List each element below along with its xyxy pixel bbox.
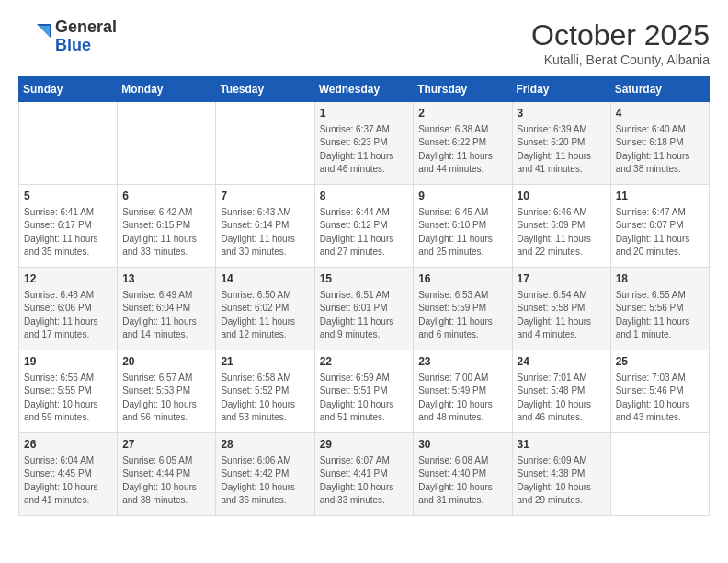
calendar-cell: 23Sunrise: 7:00 AMSunset: 5:49 PMDayligh… bbox=[414, 350, 512, 433]
calendar-cell: 28Sunrise: 6:06 AMSunset: 4:42 PMDayligh… bbox=[216, 433, 314, 516]
calendar-cell: 31Sunrise: 6:09 AMSunset: 4:38 PMDayligh… bbox=[512, 433, 610, 516]
calendar-week-2: 5Sunrise: 6:41 AMSunset: 6:17 PMDaylight… bbox=[19, 185, 710, 268]
day-info: Sunrise: 6:45 AMSunset: 6:10 PMDaylight:… bbox=[418, 206, 506, 259]
calendar-cell: 22Sunrise: 6:59 AMSunset: 5:51 PMDayligh… bbox=[314, 350, 414, 433]
calendar-cell: 19Sunrise: 6:56 AMSunset: 5:55 PMDayligh… bbox=[19, 350, 118, 433]
calendar-cell: 29Sunrise: 6:07 AMSunset: 4:41 PMDayligh… bbox=[314, 433, 414, 516]
calendar-cell: 21Sunrise: 6:58 AMSunset: 5:52 PMDayligh… bbox=[216, 350, 314, 433]
calendar-cell bbox=[216, 102, 314, 185]
day-info: Sunrise: 6:41 AMSunset: 6:17 PMDaylight:… bbox=[24, 206, 112, 259]
day-info: Sunrise: 6:38 AMSunset: 6:22 PMDaylight:… bbox=[418, 123, 506, 177]
calendar-cell: 18Sunrise: 6:55 AMSunset: 5:56 PMDayligh… bbox=[610, 268, 709, 350]
day-number: 3 bbox=[518, 106, 606, 121]
day-number: 17 bbox=[518, 271, 606, 287]
calendar-cell: 15Sunrise: 6:51 AMSunset: 6:01 PMDayligh… bbox=[314, 268, 414, 350]
day-number: 27 bbox=[122, 437, 210, 453]
logo: General Blue bbox=[18, 18, 117, 55]
day-info: Sunrise: 6:59 AMSunset: 5:51 PMDaylight:… bbox=[320, 372, 409, 425]
day-info: Sunrise: 6:04 AMSunset: 4:45 PMDaylight:… bbox=[24, 454, 112, 508]
weekday-header-wednesday: Wednesday bbox=[314, 77, 414, 102]
calendar-header-row: SundayMondayTuesdayWednesdayThursdayFrid… bbox=[19, 77, 710, 102]
day-number: 7 bbox=[221, 189, 309, 204]
day-number: 18 bbox=[616, 271, 704, 287]
day-info: Sunrise: 6:07 AMSunset: 4:41 PMDaylight:… bbox=[320, 454, 409, 508]
calendar-cell bbox=[610, 433, 709, 516]
day-info: Sunrise: 6:08 AMSunset: 4:40 PMDaylight:… bbox=[418, 454, 506, 508]
day-number: 2 bbox=[418, 106, 506, 121]
day-number: 9 bbox=[418, 189, 506, 204]
day-number: 4 bbox=[616, 106, 704, 121]
day-number: 29 bbox=[320, 437, 409, 453]
day-number: 19 bbox=[24, 354, 112, 370]
day-number: 1 bbox=[320, 106, 409, 121]
calendar-cell: 11Sunrise: 6:47 AMSunset: 6:07 PMDayligh… bbox=[610, 185, 709, 268]
calendar-cell: 10Sunrise: 6:46 AMSunset: 6:09 PMDayligh… bbox=[512, 185, 610, 268]
calendar-table: SundayMondayTuesdayWednesdayThursdayFrid… bbox=[18, 76, 710, 516]
weekday-header-monday: Monday bbox=[118, 77, 216, 102]
day-info: Sunrise: 6:39 AMSunset: 6:20 PMDaylight:… bbox=[518, 123, 606, 177]
day-number: 10 bbox=[518, 189, 606, 204]
weekday-header-saturday: Saturday bbox=[610, 77, 709, 102]
day-number: 6 bbox=[122, 189, 210, 204]
logo-blue-text: Blue bbox=[55, 37, 117, 55]
weekday-header-sunday: Sunday bbox=[19, 77, 118, 102]
calendar-cell: 4Sunrise: 6:40 AMSunset: 6:18 PMDaylight… bbox=[610, 102, 709, 185]
day-info: Sunrise: 6:47 AMSunset: 6:07 PMDaylight:… bbox=[616, 206, 704, 259]
day-info: Sunrise: 6:06 AMSunset: 4:42 PMDaylight:… bbox=[221, 454, 309, 508]
calendar-cell: 8Sunrise: 6:44 AMSunset: 6:12 PMDaylight… bbox=[314, 185, 414, 268]
calendar-cell: 1Sunrise: 6:37 AMSunset: 6:23 PMDaylight… bbox=[314, 102, 414, 185]
calendar-cell: 17Sunrise: 6:54 AMSunset: 5:58 PMDayligh… bbox=[512, 268, 610, 350]
calendar-cell: 24Sunrise: 7:01 AMSunset: 5:48 PMDayligh… bbox=[512, 350, 610, 433]
day-info: Sunrise: 6:37 AMSunset: 6:23 PMDaylight:… bbox=[320, 123, 409, 177]
day-number: 28 bbox=[221, 437, 309, 453]
day-info: Sunrise: 6:42 AMSunset: 6:15 PMDaylight:… bbox=[122, 206, 210, 259]
day-number: 25 bbox=[616, 354, 704, 370]
day-info: Sunrise: 6:43 AMSunset: 6:14 PMDaylight:… bbox=[221, 206, 309, 259]
day-number: 26 bbox=[24, 437, 112, 453]
calendar-cell: 14Sunrise: 6:50 AMSunset: 6:02 PMDayligh… bbox=[216, 268, 314, 350]
day-info: Sunrise: 7:01 AMSunset: 5:48 PMDaylight:… bbox=[518, 372, 606, 425]
month-title: October 2025 bbox=[531, 18, 710, 52]
logo-text: General Blue bbox=[55, 18, 117, 55]
day-info: Sunrise: 6:09 AMSunset: 4:38 PMDaylight:… bbox=[518, 454, 606, 508]
day-info: Sunrise: 6:48 AMSunset: 6:06 PMDaylight:… bbox=[24, 289, 112, 342]
day-info: Sunrise: 7:00 AMSunset: 5:49 PMDaylight:… bbox=[418, 372, 506, 425]
calendar-cell: 9Sunrise: 6:45 AMSunset: 6:10 PMDaylight… bbox=[414, 185, 512, 268]
day-number: 16 bbox=[418, 271, 506, 287]
day-info: Sunrise: 6:05 AMSunset: 4:44 PMDaylight:… bbox=[122, 454, 210, 508]
day-info: Sunrise: 6:58 AMSunset: 5:52 PMDaylight:… bbox=[221, 372, 309, 425]
day-number: 21 bbox=[221, 354, 309, 370]
day-number: 15 bbox=[320, 271, 409, 287]
day-number: 14 bbox=[221, 271, 309, 287]
day-number: 8 bbox=[320, 189, 409, 204]
location-text: Kutalli, Berat County, Albania bbox=[531, 52, 710, 67]
logo-general-text: General bbox=[55, 18, 117, 37]
weekday-header-tuesday: Tuesday bbox=[216, 77, 314, 102]
day-info: Sunrise: 6:53 AMSunset: 5:59 PMDaylight:… bbox=[418, 289, 506, 342]
day-info: Sunrise: 7:03 AMSunset: 5:46 PMDaylight:… bbox=[616, 372, 704, 425]
calendar-cell: 12Sunrise: 6:48 AMSunset: 6:06 PMDayligh… bbox=[19, 268, 118, 350]
day-number: 24 bbox=[518, 354, 606, 370]
day-info: Sunrise: 6:44 AMSunset: 6:12 PMDaylight:… bbox=[320, 206, 409, 259]
day-info: Sunrise: 6:46 AMSunset: 6:09 PMDaylight:… bbox=[518, 206, 606, 259]
weekday-header-thursday: Thursday bbox=[414, 77, 512, 102]
page-header: General Blue October 2025 Kutalli, Berat… bbox=[18, 18, 710, 67]
day-info: Sunrise: 6:54 AMSunset: 5:58 PMDaylight:… bbox=[518, 289, 606, 342]
day-number: 31 bbox=[518, 437, 606, 453]
calendar-cell: 16Sunrise: 6:53 AMSunset: 5:59 PMDayligh… bbox=[414, 268, 512, 350]
calendar-week-1: 1Sunrise: 6:37 AMSunset: 6:23 PMDaylight… bbox=[19, 102, 710, 185]
calendar-cell: 25Sunrise: 7:03 AMSunset: 5:46 PMDayligh… bbox=[610, 350, 709, 433]
weekday-header-friday: Friday bbox=[512, 77, 610, 102]
calendar-week-5: 26Sunrise: 6:04 AMSunset: 4:45 PMDayligh… bbox=[19, 433, 710, 516]
calendar-cell: 27Sunrise: 6:05 AMSunset: 4:44 PMDayligh… bbox=[118, 433, 216, 516]
day-info: Sunrise: 6:57 AMSunset: 5:53 PMDaylight:… bbox=[122, 372, 210, 425]
day-number: 11 bbox=[616, 189, 704, 204]
logo-icon bbox=[18, 20, 51, 53]
calendar-cell: 20Sunrise: 6:57 AMSunset: 5:53 PMDayligh… bbox=[118, 350, 216, 433]
day-info: Sunrise: 6:55 AMSunset: 5:56 PMDaylight:… bbox=[616, 289, 704, 342]
day-number: 5 bbox=[24, 189, 112, 204]
calendar-cell: 26Sunrise: 6:04 AMSunset: 4:45 PMDayligh… bbox=[19, 433, 118, 516]
day-info: Sunrise: 6:49 AMSunset: 6:04 PMDaylight:… bbox=[122, 289, 210, 342]
calendar-cell bbox=[19, 102, 118, 185]
day-info: Sunrise: 6:40 AMSunset: 6:18 PMDaylight:… bbox=[616, 123, 704, 177]
